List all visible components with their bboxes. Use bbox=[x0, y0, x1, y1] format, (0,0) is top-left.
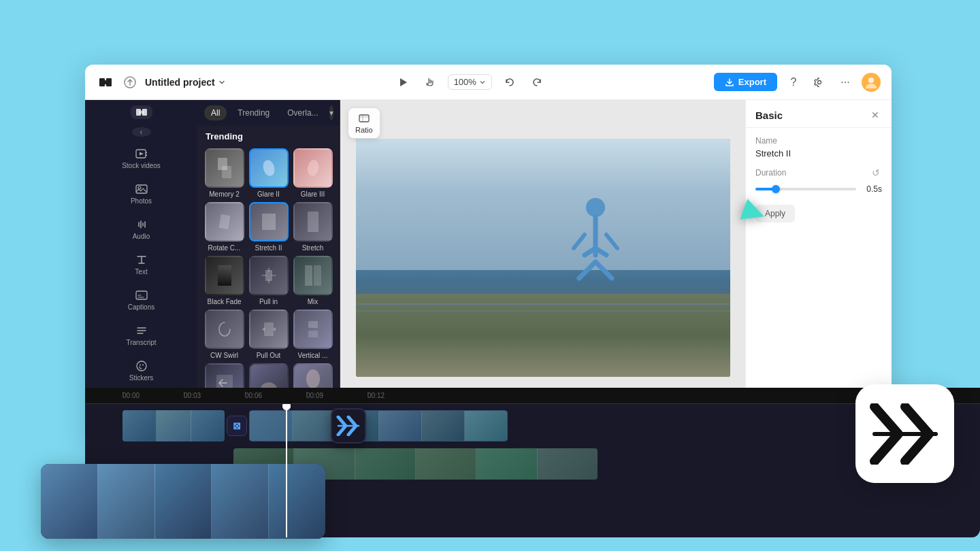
help-btn[interactable]: ? bbox=[784, 73, 803, 92]
float-frame-1 bbox=[41, 464, 98, 539]
tabs-more-btn[interactable]: ▾ bbox=[329, 105, 333, 120]
svg-point-15 bbox=[138, 186, 141, 189]
sidebar-collapse-btn[interactable]: ‹ bbox=[132, 127, 151, 137]
ruler-mark-0: 00:00 bbox=[122, 392, 184, 399]
svg-rect-26 bbox=[218, 214, 230, 229]
apply-button[interactable]: Apply bbox=[755, 205, 795, 222]
sidebar-item-transcript[interactable]: Transcript bbox=[85, 319, 197, 352]
effect-cwswirl[interactable]: CW Swirl bbox=[204, 310, 244, 359]
effect-memory2[interactable]: Memory 2 bbox=[204, 148, 244, 198]
effect-blackfade[interactable]: Black Fade bbox=[204, 256, 244, 305]
right-panel-header: Basic ✕ bbox=[746, 100, 892, 128]
topbar-center: 100% bbox=[234, 73, 706, 92]
effect-stretch[interactable]: Stretch bbox=[293, 202, 333, 252]
ruler-mark-4: 00:12 bbox=[368, 392, 429, 399]
svg-point-18 bbox=[140, 365, 141, 366]
video-preview bbox=[356, 139, 730, 377]
svg-rect-33 bbox=[314, 265, 321, 286]
effect-stretch2[interactable]: Stretch II bbox=[248, 202, 289, 252]
canvas-wrapper bbox=[340, 100, 745, 416]
ratio-button[interactable]: Ratio bbox=[348, 108, 380, 138]
fence-svg bbox=[356, 284, 730, 324]
svg-rect-16 bbox=[136, 291, 147, 299]
svg-rect-34 bbox=[264, 322, 274, 336]
duration-slider-track[interactable] bbox=[755, 188, 856, 190]
right-panel-close-btn[interactable]: ✕ bbox=[868, 108, 882, 122]
svg-point-25 bbox=[306, 159, 320, 177]
transcript-icon bbox=[135, 324, 148, 337]
settings-btn[interactable] bbox=[810, 73, 829, 92]
topbar-left: Untitled project bbox=[96, 73, 226, 92]
effect-thumb-stretch2 bbox=[249, 202, 289, 241]
svg-rect-9 bbox=[139, 111, 144, 114]
capcut-logo-overlay bbox=[855, 384, 954, 483]
duration-label: Duration bbox=[755, 168, 786, 178]
audio-icon bbox=[135, 218, 148, 231]
hand-tool-btn[interactable] bbox=[421, 73, 440, 92]
redo-btn[interactable] bbox=[527, 73, 546, 92]
project-name-text: Untitled project bbox=[145, 77, 215, 88]
stickers-icon bbox=[135, 360, 148, 372]
effect-glare2[interactable]: Glare II bbox=[248, 148, 289, 198]
float-frame-4 bbox=[212, 464, 269, 539]
ratio-label: Ratio bbox=[355, 126, 373, 134]
transition-1[interactable]: ⊠ bbox=[227, 416, 247, 436]
effect-rotatec[interactable]: Rotate C... bbox=[204, 202, 244, 252]
svg-rect-30 bbox=[218, 265, 231, 286]
float-frame-3 bbox=[155, 464, 212, 539]
capcut-small-icon bbox=[331, 408, 366, 444]
effect-name-glare3: Glare III bbox=[301, 190, 325, 198]
clip-1b[interactable] bbox=[249, 410, 508, 441]
effect-thumb-vertical bbox=[293, 310, 333, 349]
tab-overlay[interactable]: Overla... bbox=[280, 105, 325, 120]
effect-name-vertical: Vertical ... bbox=[298, 352, 328, 359]
transition-symbol-1: ⊠ bbox=[233, 420, 241, 431]
sidebar-item-stock-videos[interactable]: Stock videos bbox=[85, 142, 197, 175]
sidebar-item-photos[interactable]: Photos bbox=[85, 178, 197, 210]
effect-thumb-memory2 bbox=[205, 148, 244, 188]
undo-btn[interactable] bbox=[500, 73, 519, 92]
tab-trending[interactable]: Trending bbox=[231, 105, 276, 120]
svg-rect-40 bbox=[359, 115, 369, 122]
svg-rect-36 bbox=[308, 331, 318, 337]
clip-1a[interactable] bbox=[122, 410, 225, 441]
effect-name-pullin: Pull in bbox=[259, 298, 278, 305]
sidebar-logo-btn[interactable] bbox=[131, 105, 152, 119]
sidebar-item-audio[interactable]: Audio bbox=[85, 213, 197, 246]
user-avatar[interactable] bbox=[862, 73, 881, 92]
sidebar-item-stickers[interactable]: Stickers bbox=[85, 354, 197, 387]
sidebar-label-audio: Audio bbox=[133, 233, 150, 240]
duration-reset-btn[interactable]: ↺ bbox=[870, 167, 882, 179]
duration-header: Duration ↺ bbox=[755, 167, 882, 179]
effect-thumb-stretch bbox=[293, 202, 333, 241]
sidebar-item-text[interactable]: Text bbox=[85, 248, 197, 281]
export-button[interactable]: Export bbox=[714, 73, 777, 91]
effect-pullout[interactable]: Pull Out bbox=[248, 310, 289, 359]
effect-name-blackfade: Black Fade bbox=[207, 298, 241, 305]
effect-thumb-rotatec bbox=[205, 202, 244, 241]
ruler-mark-2: 00:06 bbox=[245, 392, 306, 399]
play-mode-btn[interactable] bbox=[393, 73, 412, 92]
photos-icon bbox=[135, 183, 148, 195]
effect-thumb-glare3 bbox=[293, 148, 333, 188]
effect-name-rotatec: Rotate C... bbox=[208, 244, 241, 252]
effect-vertical[interactable]: Vertical ... bbox=[293, 310, 333, 359]
effect-pullin[interactable]: Pull in bbox=[248, 256, 289, 305]
stock-videos-icon bbox=[135, 148, 148, 160]
effect-glare3[interactable]: Glare III bbox=[293, 148, 333, 198]
svg-point-41 bbox=[586, 198, 605, 217]
effect-mix[interactable]: Mix bbox=[293, 256, 333, 305]
sidebar-item-captions[interactable]: Captions bbox=[85, 284, 197, 316]
sidebar-label-stickers: Stickers bbox=[129, 374, 154, 382]
duration-slider-thumb[interactable] bbox=[772, 185, 780, 193]
svg-rect-32 bbox=[305, 265, 312, 286]
svg-rect-14 bbox=[136, 185, 147, 193]
name-field-value: Stretch II bbox=[755, 148, 882, 158]
duration-value: 0.5s bbox=[862, 184, 882, 194]
tab-all[interactable]: All bbox=[204, 105, 227, 120]
ruler-mark-1: 00:03 bbox=[184, 392, 245, 399]
project-name[interactable]: Untitled project bbox=[145, 77, 226, 88]
zoom-control[interactable]: 100% bbox=[448, 74, 492, 90]
more-btn[interactable]: ··· bbox=[836, 73, 855, 92]
effect-thumb-mix bbox=[293, 256, 333, 295]
